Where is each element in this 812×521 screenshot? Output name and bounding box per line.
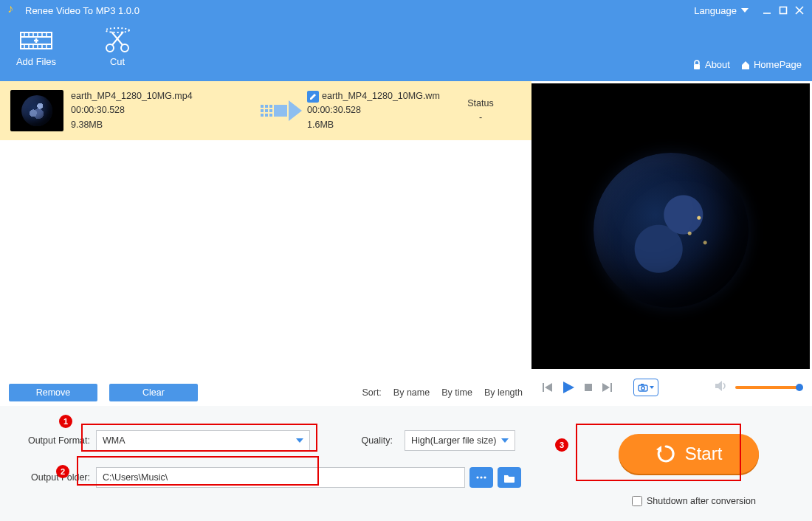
homepage-link[interactable]: HomePage [740,59,802,70]
app-logo-icon [7,4,19,16]
svg-marker-31 [602,383,610,392]
svg-point-38 [480,476,482,478]
clear-button[interactable]: Clear [109,384,198,401]
sort-by-name[interactable]: By name [393,387,430,398]
svg-point-37 [476,476,478,478]
output-folder-label: Output Folder: [22,472,96,483]
snapshot-button[interactable] [633,379,658,396]
about-link[interactable]: About [692,59,730,70]
refresh-icon [656,444,676,464]
svg-point-25 [106,28,129,32]
svg-rect-26 [694,64,700,69]
add-files-label: Add Files [10,56,62,67]
language-label: Language [694,5,737,16]
svg-point-22 [121,44,128,52]
svg-point-34 [641,387,645,390]
about-label: About [705,59,730,70]
file-list: earth_MP4_1280_10MG.mp4 00:00:30.528 9.3… [0,81,531,379]
source-duration: 00:00:30.528 [71,103,255,117]
preview-controls [531,369,812,406]
svg-rect-32 [610,383,612,392]
scissors-icon [92,25,143,56]
preview-player[interactable] [531,83,810,369]
file-list-row[interactable]: earth_MP4_1280_10MG.mp4 00:00:30.528 9.3… [0,81,531,140]
chevron-down-icon [650,386,654,389]
camera-icon [638,383,648,392]
volume-icon [715,380,728,395]
destination-filesize: 1.6MB [307,118,455,132]
svg-point-39 [484,476,486,478]
titlebar: Renee Video To MP3 1.0.0 Language [0,0,812,21]
volume-slider[interactable] [735,386,802,389]
quality-value: High(Larger file size) [411,435,496,446]
play-button[interactable] [561,380,576,395]
svg-rect-35 [641,384,644,385]
output-format-combobox[interactable]: WMA [96,430,310,451]
filmstrip-plus-icon [10,25,62,56]
source-info: earth_MP4_1280_10MG.mp4 00:00:30.528 9.3… [71,89,255,132]
close-button[interactable] [791,2,808,18]
destination-filename: earth_MP4_1280_10MG.wm [322,89,440,103]
destination-info: earth_MP4_1280_10MG.wm 00:00:30.528 1.6M… [307,89,455,132]
more-options-button[interactable] [469,467,493,488]
settings-panel: Output Format: WMA Quality: High(Larger … [0,406,812,521]
skip-forward-button[interactable] [601,382,613,393]
svg-rect-27 [543,383,544,392]
add-files-button[interactable]: Add Files [10,25,62,67]
cut-label: Cut [92,56,143,67]
svg-rect-30 [585,384,592,391]
chevron-down-icon [501,438,509,443]
svg-point-21 [106,44,114,52]
maximize-button[interactable] [775,2,791,18]
quality-label: Quality: [340,435,399,446]
output-folder-input[interactable]: C:\Users\Music\ [96,467,465,488]
chevron-down-icon [741,8,749,13]
folder-open-icon [503,473,515,483]
output-folder-value: C:\Users\Music\ [103,472,168,483]
preview-frame-icon [593,153,749,308]
app-title: Renee Video To MP3 1.0.0 [25,5,140,16]
output-format-value: WMA [103,435,125,446]
homepage-label: HomePage [754,59,802,70]
skip-back-button[interactable] [542,382,554,393]
stop-button[interactable] [583,382,593,393]
ellipsis-icon [476,475,486,480]
chevron-down-icon [296,438,303,443]
conversion-arrow-icon [255,100,307,121]
home-icon [740,60,751,70]
shutdown-checkbox-input[interactable] [632,496,642,506]
source-thumbnail [10,90,63,131]
browse-folder-button[interactable] [498,467,521,488]
sort-by-length[interactable]: By length [484,387,523,398]
main-toolbar: Add Files Cut About HomePage [0,21,812,81]
source-filename: earth_MP4_1280_10MG.mp4 [71,89,255,103]
language-dropdown[interactable]: Language [694,5,749,16]
status-header: Status [455,97,506,111]
cut-button[interactable]: Cut [92,25,143,67]
svg-rect-1 [780,7,787,14]
status-value: - [455,111,506,125]
destination-duration: 00:00:30.528 [307,103,455,117]
quality-combobox[interactable]: High(Larger file size) [405,430,515,451]
sort-label: Sort: [362,387,381,398]
svg-marker-36 [715,381,722,391]
shutdown-after-conversion-checkbox[interactable]: Shutdown after conversion [632,496,756,506]
output-format-label: Output Format: [22,435,96,446]
svg-marker-29 [563,382,574,393]
list-action-bar: Remove Clear Sort: By name By time By le… [0,379,531,406]
sort-by-time[interactable]: By time [441,387,472,398]
lock-icon [692,60,702,70]
rename-output-button[interactable] [307,91,319,103]
start-button[interactable]: Start [619,434,759,474]
svg-marker-28 [545,383,552,392]
source-filesize: 9.38MB [71,118,255,132]
shutdown-label: Shutdown after conversion [647,496,756,506]
start-label: Start [685,444,723,464]
remove-button[interactable]: Remove [9,384,97,401]
minimize-button[interactable] [759,2,775,18]
